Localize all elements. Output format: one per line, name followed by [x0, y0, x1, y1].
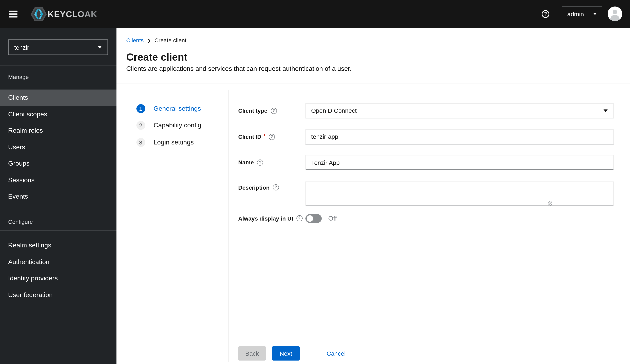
wizard-step-general-settings[interactable]: 1 General settings [136, 104, 201, 113]
help-icon[interactable]: ? [270, 108, 277, 114]
nav-manage-list: Clients Client scopes Realm roles Users … [0, 89, 116, 205]
chevron-right-icon: ❯ [148, 38, 151, 42]
resize-handle[interactable] [548, 201, 552, 205]
step-number-badge: 2 [136, 121, 145, 130]
label-text: Client type [238, 103, 267, 118]
realm-selector[interactable]: tenzir [8, 39, 108, 55]
sidebar: tenzir Manage Clients Client scopes Real… [0, 28, 116, 364]
main-content: Clients ❯ Create client Create client Cl… [116, 28, 630, 364]
client-type-select[interactable]: OpenID Connect [306, 103, 614, 118]
nav-section-configure-title: Configure [8, 219, 33, 225]
sidebar-item-client-scopes[interactable]: Client scopes [0, 106, 116, 122]
sidebar-item-clients[interactable]: Clients [0, 89, 116, 106]
nav-toggle-hamburger-icon[interactable] [9, 10, 18, 17]
create-client-wizard: 1 General settings 2 Capability config 3… [116, 83, 630, 364]
description-input[interactable] [306, 181, 614, 206]
next-button[interactable]: Next [272, 346, 300, 360]
form-panel: Client type ? OpenID Connect Client ID *… [228, 83, 630, 364]
help-icon[interactable]: ? [257, 160, 263, 166]
user-menu-dropdown[interactable]: admin [562, 6, 602, 21]
sidebar-item-sessions[interactable]: Sessions [0, 172, 116, 188]
label-text: Description [238, 184, 270, 191]
step-number-badge: 1 [136, 104, 145, 113]
sidebar-item-groups[interactable]: Groups [0, 155, 116, 172]
page-title: Create client [126, 51, 187, 63]
client-id-label: Client ID * ? [238, 129, 275, 144]
divider [0, 85, 116, 85]
toggle-state-label: Off [328, 214, 337, 223]
brand-text: KEYCLOAK [48, 9, 97, 19]
step-label: Capability config [154, 122, 202, 129]
help-icon[interactable]: ? [296, 215, 302, 221]
wizard-step-login-settings[interactable]: 3 Login settings [136, 138, 194, 147]
client-id-input[interactable] [306, 129, 614, 144]
chevron-down-icon [593, 12, 597, 15]
page-subtitle: Clients are applications and services th… [126, 65, 352, 72]
avatar[interactable] [608, 6, 622, 21]
label-text: Always display in UI [238, 214, 293, 223]
cancel-link[interactable]: Cancel [326, 346, 346, 360]
breadcrumb: Clients ❯ Create client [126, 37, 186, 43]
breadcrumb-current: Create client [154, 37, 186, 43]
masthead: KEYCLOAK ? admin [0, 0, 630, 28]
realm-name: tenzir [14, 44, 98, 51]
wizard-step-capability-config[interactable]: 2 Capability config [136, 121, 202, 130]
help-icon[interactable]: ? [273, 184, 279, 190]
chevron-down-icon [604, 109, 608, 112]
chevron-down-icon [98, 46, 102, 48]
label-text: Name [238, 155, 254, 170]
name-input[interactable] [306, 155, 614, 170]
divider [0, 230, 116, 231]
username: admin [567, 10, 593, 17]
help-icon[interactable]: ? [542, 10, 549, 18]
nav-configure-list: Realm settings Authentication Identity p… [0, 237, 116, 303]
help-icon[interactable]: ? [269, 134, 275, 140]
keycloak-hexagon-icon [30, 7, 47, 21]
always-display-label: Always display in UI ? [238, 214, 302, 223]
always-display-toggle[interactable] [306, 214, 322, 223]
sidebar-item-identity-providers[interactable]: Identity providers [0, 270, 116, 287]
back-button[interactable]: Back [238, 346, 266, 360]
sidebar-item-user-federation[interactable]: User federation [0, 287, 116, 303]
sidebar-item-realm-settings[interactable]: Realm settings [0, 237, 116, 254]
client-type-label: Client type ? [238, 103, 277, 118]
step-label: General settings [154, 105, 201, 112]
person-icon [608, 6, 622, 21]
name-label: Name ? [238, 155, 263, 170]
toggle-knob [307, 215, 313, 222]
divider [0, 210, 116, 210]
required-asterisk: * [264, 129, 266, 144]
page-header: Clients ❯ Create client Create client Cl… [116, 28, 630, 83]
sidebar-item-users[interactable]: Users [0, 139, 116, 155]
keycloak-logo: KEYCLOAK [30, 7, 97, 21]
selected-value: OpenID Connect [311, 107, 356, 114]
step-number-badge: 3 [136, 138, 145, 147]
description-label: Description ? [238, 184, 279, 191]
sidebar-item-events[interactable]: Events [0, 188, 116, 205]
divider [0, 65, 116, 65]
sidebar-item-authentication[interactable]: Authentication [0, 254, 116, 270]
keycloak-admin-console: KEYCLOAK ? admin tenzir Manage Clients C… [0, 0, 630, 364]
nav-section-manage-title: Manage [8, 74, 29, 80]
sidebar-item-realm-roles[interactable]: Realm roles [0, 122, 116, 139]
label-text: Client ID [238, 129, 262, 144]
step-label: Login settings [154, 139, 194, 146]
breadcrumb-clients-link[interactable]: Clients [126, 37, 144, 43]
